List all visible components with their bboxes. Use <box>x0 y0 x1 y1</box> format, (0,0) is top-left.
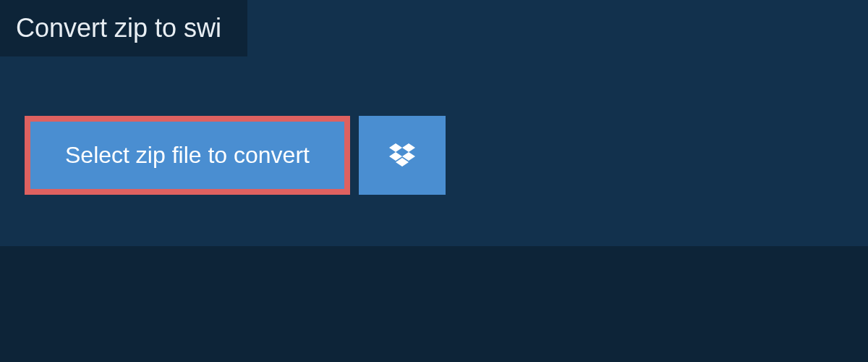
dropbox-button[interactable] <box>359 116 446 195</box>
tab-title: Convert zip to swi <box>0 0 247 56</box>
select-file-button[interactable]: Select zip file to convert <box>25 116 350 195</box>
dropbox-icon <box>389 143 415 168</box>
select-file-label: Select zip file to convert <box>65 142 310 168</box>
converter-panel: Convert zip to swi Select zip file to co… <box>0 0 868 246</box>
tab-title-text: Convert zip to swi <box>16 13 221 43</box>
button-row: Select zip file to convert <box>25 116 446 195</box>
